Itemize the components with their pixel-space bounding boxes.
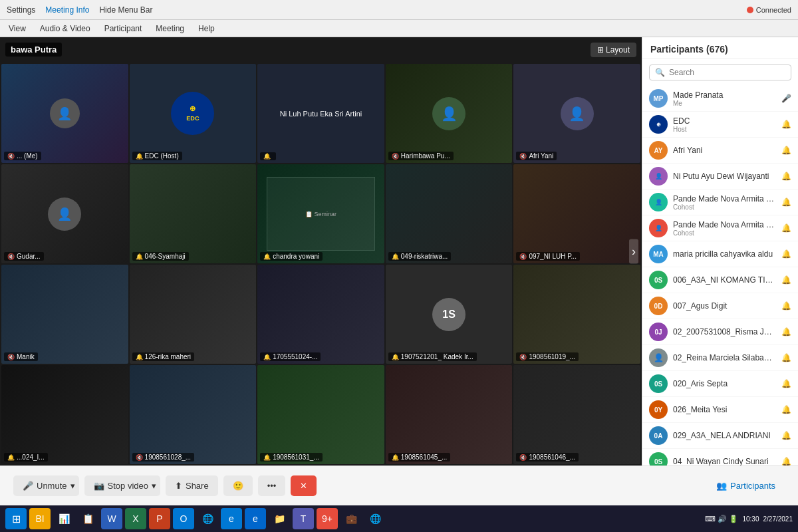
participant-name-mp: Made Pranata bbox=[673, 90, 776, 100]
participant-name-pm2: Pande Made Nova Armita Sari bbox=[673, 220, 776, 229]
participant-avatar-mp: MP bbox=[649, 89, 668, 108]
participant-nela[interactable]: 0A 029_A3A_NELA ANDRIANI 🔔 bbox=[642, 423, 798, 449]
participant-edc[interactable]: ⊕ EDC Host 🔔 bbox=[642, 112, 798, 138]
taskbar-icon-12[interactable]: 9+ bbox=[317, 508, 338, 529]
participant-ni-putu[interactable]: 👤 Ni Putu Ayu Dewi Wijayanti 🔔 bbox=[642, 164, 798, 190]
layout-button[interactable]: ⊞ Layout bbox=[591, 43, 636, 57]
participant-mic-pm1: 🔔 bbox=[781, 198, 791, 207]
participant-cindy[interactable]: 0S 04_Ni Wayan Cindy Sunari 🔔 bbox=[642, 449, 798, 466]
taskbar-icon-5[interactable]: P bbox=[149, 508, 170, 529]
taskbar-icon-9[interactable]: e bbox=[245, 508, 266, 529]
participant-mic-edc: 🔔 bbox=[781, 120, 791, 129]
taskbar-icon-3[interactable]: W bbox=[101, 508, 122, 529]
grid-next-button[interactable]: › bbox=[629, 239, 638, 264]
taskbar-icon-14[interactable]: 🌐 bbox=[364, 508, 386, 529]
connected-dot bbox=[747, 7, 753, 13]
taskbar-start[interactable]: ⊞ bbox=[5, 508, 27, 529]
participant-pande-2[interactable]: 👤 Pande Made Nova Armita Sari Cohost 🔔 bbox=[642, 215, 798, 241]
settings-menu[interactable]: Settings bbox=[7, 5, 35, 15]
unmute-chevron: ▾ bbox=[70, 481, 75, 491]
participant-avatar-meita: 0Y bbox=[649, 400, 668, 419]
cell-19-label: 🔔1908561045_... bbox=[388, 453, 451, 462]
participant-info-006: 006_A3A_NI KOMANG TINGGAI bbox=[673, 275, 776, 285]
unmute-label: Unmute bbox=[37, 481, 67, 491]
participant-name-nela: 029_A3A_NELA ANDRIANI bbox=[673, 431, 776, 440]
participant-name-np: Ni Putu Ayu Dewi Wijayanti bbox=[673, 172, 776, 181]
participant-aris[interactable]: 0S 020_Aris Septa 🔔 bbox=[642, 371, 798, 397]
participant-mic-007: 🔔 bbox=[781, 301, 791, 311]
video-cell-10: 🔇097_NI LUH P... bbox=[513, 164, 640, 263]
participant-avatar-risma: 0J bbox=[649, 323, 668, 341]
meeting-info-btn[interactable]: Meeting Info bbox=[45, 5, 89, 15]
menu-help[interactable]: Help bbox=[193, 23, 220, 35]
participant-avatar-edc: ⊕ bbox=[649, 115, 668, 134]
participant-made-pranata[interactable]: MP Made Pranata Me 🎤 bbox=[642, 86, 798, 112]
taskbar-icon-2[interactable]: 📋 bbox=[77, 508, 98, 529]
title-bar: Settings Meeting Info Hide Menu Bar Conn… bbox=[0, 0, 798, 20]
participant-006[interactable]: 0S 006_A3A_NI KOMANG TINGGAI 🔔 bbox=[642, 267, 798, 293]
participant-avatar-ay: AY bbox=[649, 141, 668, 160]
participant-info-007: 007_Agus Digit bbox=[673, 301, 776, 311]
participant-name-meita: 026_Meita Yesi bbox=[673, 405, 776, 414]
taskbar-icon-10[interactable]: 📁 bbox=[269, 508, 290, 529]
menu-audio-video[interactable]: Audio & Video bbox=[35, 23, 96, 35]
participants-tool-btn[interactable]: 👥 Participants bbox=[707, 475, 785, 496]
video-cell-6: 👤 🔇Gudar... bbox=[1, 164, 128, 263]
participant-mic-reina: 🔔 bbox=[781, 353, 791, 362]
taskbar-icon-13[interactable]: 💼 bbox=[340, 508, 362, 529]
toolbar-right: 👥 Participants bbox=[707, 475, 785, 496]
share-button[interactable]: ⬆ Share bbox=[166, 475, 218, 496]
taskbar-bi[interactable]: BI bbox=[29, 508, 51, 529]
search-box[interactable]: 🔍 bbox=[649, 65, 791, 80]
participant-info-np: Ni Putu Ayu Dewi Wijayanti bbox=[673, 172, 776, 181]
video-cell-9: 🔔049-riskatriwa... bbox=[386, 164, 513, 263]
taskbar-icon-11[interactable]: T bbox=[293, 508, 314, 529]
participant-avatar-aris: 0S bbox=[649, 374, 668, 393]
participant-02-risma[interactable]: 0J 02_2007531008_Risma Julkisma... 🔔 bbox=[642, 319, 798, 345]
search-input[interactable] bbox=[669, 68, 785, 77]
menu-participant[interactable]: Participant bbox=[99, 23, 148, 35]
participant-meita[interactable]: 0Y 026_Meita Yesi 🔔 bbox=[642, 397, 798, 423]
hide-menu-bar-btn[interactable]: Hide Menu Bar bbox=[99, 5, 152, 15]
participant-afri-yani[interactable]: AY Afri Yani 🔔 bbox=[642, 138, 798, 164]
taskbar-icon-4[interactable]: X bbox=[125, 508, 146, 529]
participant-name-reina: 02_Reina Marciela Silaban _200... bbox=[673, 353, 776, 362]
participant-avatar-reina: 👤 bbox=[649, 348, 668, 367]
taskbar-tray-icons: ⌨ 🔊 🔋 bbox=[705, 515, 738, 523]
participant-maria[interactable]: MA maria pricilla cahyavika aldu 🔔 bbox=[642, 241, 798, 267]
participant-info-edc: EDC Host bbox=[673, 116, 776, 133]
video-cell-7: 🔔046-Syamhaji bbox=[130, 164, 257, 263]
video-cell-17: 🔇1908561028_... bbox=[130, 365, 257, 464]
taskbar-icon-8[interactable]: e bbox=[221, 508, 242, 529]
unmute-button[interactable]: 🎤 Unmute ▾ bbox=[13, 475, 79, 496]
participant-role-edc: Host bbox=[673, 126, 776, 133]
participant-info-ay: Afri Yani bbox=[673, 146, 776, 155]
video-cell-2: ⊕EDC 🔔EDC (Host) bbox=[130, 64, 257, 163]
participant-007[interactable]: 0D 007_Agus Digit 🔔 bbox=[642, 293, 798, 319]
more-button[interactable]: ••• bbox=[258, 475, 286, 496]
menu-view[interactable]: View bbox=[3, 23, 31, 35]
stop-video-button[interactable]: 📷 Stop video ▾ bbox=[84, 475, 160, 496]
participant-name-006: 006_A3A_NI KOMANG TINGGAI bbox=[673, 275, 776, 285]
menu-meeting[interactable]: Meeting bbox=[150, 23, 190, 35]
speaker-label: bawa Putra bbox=[5, 43, 62, 57]
title-bar-right: Connected bbox=[747, 6, 791, 14]
taskbar-icon-6[interactable]: O bbox=[173, 508, 194, 529]
cell-2-label: 🔔EDC (Host) bbox=[132, 152, 182, 160]
participant-info-pm1: Pande Made Nova Armita Sari Cohost bbox=[673, 194, 776, 211]
emoji-button[interactable]: 🙂 bbox=[223, 475, 253, 496]
end-meeting-button[interactable]: ✕ bbox=[291, 475, 317, 496]
taskbar-icon-1[interactable]: 📊 bbox=[53, 508, 74, 529]
participant-info-meita: 026_Meita Yesi bbox=[673, 405, 776, 414]
taskbar-date: 2/27/2021 bbox=[763, 515, 793, 523]
participant-reina[interactable]: 👤 02_Reina Marciela Silaban _200... 🔔 bbox=[642, 345, 798, 371]
participant-mic-cindy: 🔔 bbox=[781, 457, 791, 466]
taskbar-icon-7[interactable]: 🌐 bbox=[197, 508, 218, 529]
video-cell-12: 🔔126-rika maheri bbox=[130, 265, 257, 364]
participant-role-pm2: Cohost bbox=[673, 229, 776, 237]
participant-pande-1[interactable]: 👤 Pande Made Nova Armita Sari Cohost 🔔 bbox=[642, 190, 798, 215]
video-cell-11: 🔇Manik bbox=[1, 265, 128, 364]
video-cell-15: 🔇1908561019_... bbox=[513, 265, 640, 364]
participants-panel: Participants (676) 🔍 MP Made Pranata Me … bbox=[642, 37, 798, 466]
participant-mic-mp: 🎤 bbox=[781, 94, 791, 103]
